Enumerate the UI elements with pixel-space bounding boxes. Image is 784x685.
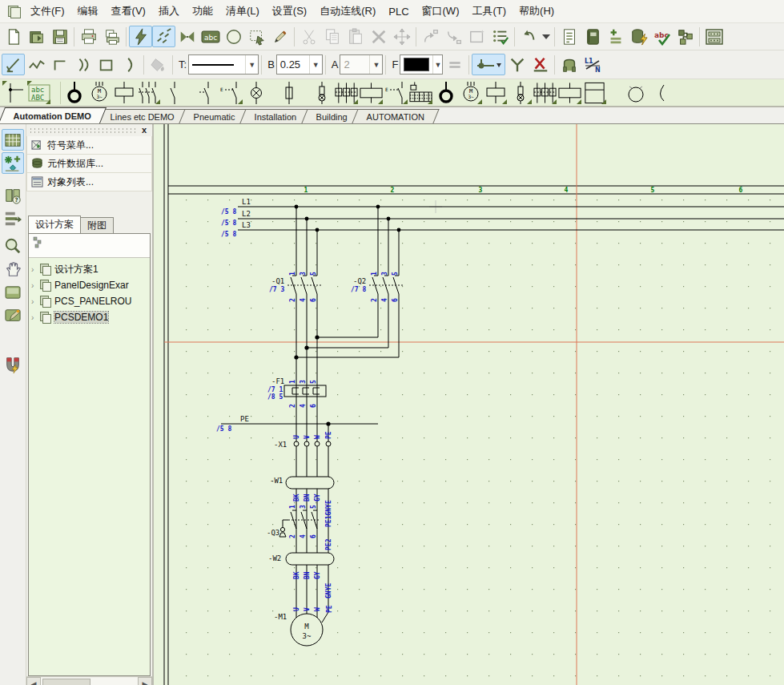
tab-automation-demo[interactable]: Automation DEMO (0, 107, 107, 123)
sym-motor[interactable]: M3~ (86, 80, 111, 105)
cut-button[interactable] (297, 26, 320, 47)
tree-item-pcs-panelrou[interactable]: ›PCS_PANELROU (29, 293, 150, 309)
text-tool-button[interactable]: abc (199, 26, 222, 47)
panel-drag-handle[interactable] (29, 127, 139, 134)
sym-contact-e[interactable]: E (219, 80, 243, 105)
junction-y-button[interactable] (505, 54, 529, 75)
tree-item-pcsdemo1[interactable]: ›PCSDEMO1 (29, 309, 150, 325)
tree-item-paneldesign[interactable]: ›PanelDesignExar (29, 277, 150, 293)
draw-tool-button[interactable] (268, 26, 291, 47)
circle-tool-button[interactable] (222, 26, 245, 47)
scrollbar-track[interactable] (41, 678, 138, 685)
double-arc-tool-button[interactable] (71, 54, 94, 75)
sym-text[interactable]: abcABC (26, 80, 51, 105)
save-button[interactable] (48, 26, 71, 47)
menu-view[interactable]: 查看(V) (105, 1, 152, 22)
pan-hand-button[interactable] (2, 258, 24, 280)
component-database-button[interactable]: 元件数据库... (26, 155, 152, 173)
grid-settings-button[interactable] (2, 129, 24, 151)
line-width-select[interactable]: 0.25▼ (276, 54, 323, 75)
frame-tool-button[interactable] (465, 26, 488, 47)
lightning-symbols-button[interactable] (129, 26, 152, 47)
sym-lamp[interactable] (243, 80, 268, 105)
spell-check-button[interactable]: abc (650, 26, 673, 47)
tab-attached-drawings[interactable]: 附图 (80, 217, 114, 233)
sym-contact-no2[interactable] (194, 80, 219, 105)
sym-contactor-3p[interactable] (136, 80, 161, 105)
menu-functions[interactable]: 功能 (186, 1, 219, 22)
sym-coil[interactable] (111, 80, 136, 105)
project-data-button[interactable] (581, 26, 604, 47)
scroll-left-button[interactable]: ◀ (26, 677, 41, 685)
menu-help[interactable]: 帮助(H) (513, 1, 561, 22)
sym-motor-2[interactable]: M3~ (458, 80, 483, 105)
object-list-panel-button[interactable]: 对象列表... (26, 173, 152, 191)
object-list-button[interactable] (488, 26, 512, 47)
transfer-up-button[interactable] (419, 26, 442, 47)
sym-box-2[interactable] (582, 80, 607, 105)
junction-delete-button[interactable] (529, 54, 552, 75)
area-select-button[interactable] (245, 26, 268, 47)
database-run-button[interactable] (627, 26, 650, 47)
menu-tools[interactable]: 工具(T) (465, 1, 513, 22)
sym-contact-e2[interactable]: E (384, 80, 408, 105)
sym-earth-2[interactable] (433, 80, 458, 105)
screen-edit-button[interactable] (2, 304, 24, 326)
menu-file[interactable]: 文件(F) (24, 1, 71, 22)
sym-coil-wide-2[interactable] (557, 80, 582, 105)
phase-l1n-button[interactable]: L1N (581, 54, 604, 75)
close-icon[interactable]: x (139, 125, 150, 135)
conductors-button[interactable] (152, 26, 175, 47)
menu-window[interactable]: 窗口(W) (416, 1, 466, 22)
sym-earth[interactable] (62, 80, 86, 105)
menu-edit[interactable]: 编辑 (71, 1, 105, 22)
fill-tool-button[interactable] (147, 54, 170, 75)
sym-fuse-3p[interactable] (334, 80, 359, 105)
menu-settings[interactable]: 设置(S) (266, 1, 313, 22)
symbol-menu-button[interactable] (2, 152, 24, 174)
jumper-link-button[interactable] (557, 54, 581, 75)
scroll-right-button[interactable]: ▶ (138, 677, 152, 685)
goto-list-button[interactable] (2, 208, 24, 229)
net-navigator-button[interactable] (673, 26, 697, 47)
sym-wire-t[interactable] (2, 80, 26, 105)
tab-lines-etc-demo[interactable]: Lines etc DEMO (96, 109, 190, 123)
symbol-generator-button[interactable] (175, 26, 199, 47)
zoom-tool-button[interactable] (2, 235, 24, 256)
sym-arc[interactable] (648, 80, 673, 105)
line-style-select[interactable]: ▼ (188, 54, 259, 75)
tab-automation[interactable]: AUTOMATION (352, 109, 440, 123)
angle-select[interactable]: 2▼ (340, 54, 383, 75)
tree-item-design1[interactable]: ›设计方案1 (29, 261, 150, 277)
menu-autorouting[interactable]: 自动连线(R) (313, 1, 382, 22)
tab-design-project[interactable]: 设计方案 (28, 216, 81, 233)
arc-tool-button[interactable] (118, 54, 141, 75)
magnet-snap-button[interactable] (2, 353, 24, 375)
undo-button[interactable] (517, 26, 541, 47)
add-remove-button[interactable] (604, 26, 627, 47)
symbol-menu-list-button[interactable]: 符号菜单... (26, 136, 152, 155)
open-project-button[interactable] (25, 26, 48, 47)
schematic-canvas[interactable]: 1 2 3 4 5 6 L1 L2 (154, 124, 784, 685)
paste-button[interactable] (344, 26, 367, 47)
junction-t-button[interactable] (472, 54, 505, 75)
move-button[interactable] (390, 26, 413, 47)
sym-plc[interactable] (408, 80, 433, 105)
sym-circle[interactable] (623, 80, 648, 105)
copy-button[interactable] (320, 26, 344, 47)
tab-installation[interactable]: Installation (240, 109, 312, 123)
undo-history-dropdown[interactable] (541, 26, 552, 47)
menu-plc[interactable]: PLC (382, 2, 415, 21)
panel-builder-button[interactable] (702, 26, 726, 47)
line-tool-button[interactable] (2, 54, 25, 75)
polyline-tool-button[interactable] (25, 54, 48, 75)
screen-view-button[interactable] (2, 281, 24, 303)
corner-tool-button[interactable] (48, 54, 71, 75)
sym-coil-wide[interactable] (359, 80, 384, 105)
rectangle-tool-button[interactable] (94, 54, 118, 75)
page-data-button[interactable] (557, 26, 581, 47)
menu-insert[interactable]: 插入 (152, 1, 186, 22)
new-file-button[interactable] (2, 26, 25, 47)
transfer-down-button[interactable] (442, 26, 465, 47)
equals-button[interactable] (443, 54, 466, 75)
